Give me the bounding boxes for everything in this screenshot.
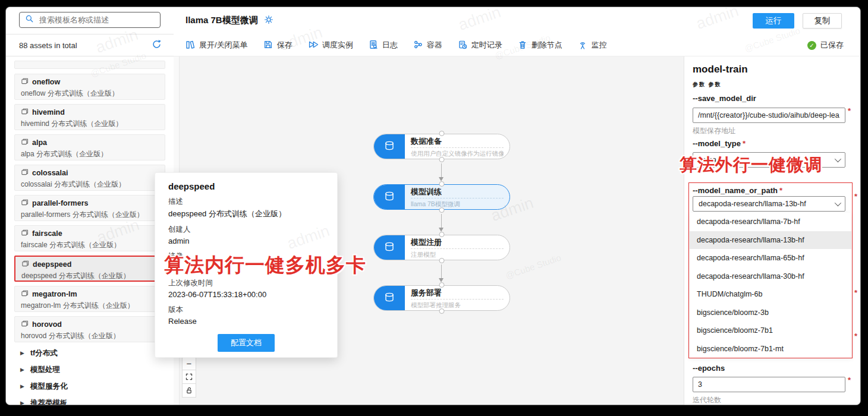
- task-name: model-train: [693, 64, 748, 75]
- database-icon: [383, 190, 395, 204]
- template-card-partial[interactable]: [14, 61, 165, 69]
- fit-view-button[interactable]: [182, 370, 196, 384]
- chevron-down-icon: [835, 156, 841, 162]
- template-name: oneflow: [32, 78, 60, 86]
- template-desc: horovod 分布式训练（企业版）: [21, 331, 159, 341]
- required-asterisk: *: [848, 376, 851, 385]
- dropdown-option-label: bigscience/bloomz-3b: [697, 308, 769, 317]
- template-group-row[interactable]: ▶ 推荐类模板: [20, 395, 174, 405]
- antenna-icon: [578, 40, 587, 51]
- chevron-right-icon: ▶: [20, 367, 24, 373]
- popup-field-label: 上次修改时间: [168, 278, 324, 288]
- template-group-label: tf分布式: [30, 348, 58, 358]
- dropdown-option[interactable]: bigscience/bloomz-7b1-mt: [690, 340, 851, 358]
- epochs-input[interactable]: [693, 377, 845, 392]
- copy-button[interactable]: 复制: [803, 13, 842, 29]
- template-card[interactable]: deepspeed deepspeed 分布式训练（企业版）: [14, 256, 165, 282]
- config-doc-button[interactable]: 配置文档: [218, 334, 275, 352]
- node-port[interactable]: [439, 181, 445, 187]
- popup-field-value: Release: [168, 317, 324, 326]
- zoom-out-button[interactable]: −: [182, 356, 196, 370]
- database-icon: [383, 241, 395, 255]
- template-card[interactable]: horovod horovod 分布式训练（企业版）: [14, 316, 165, 342]
- template-name: megatron-lm: [32, 290, 77, 298]
- dropdown-option-label: decapoda-research/llama-65b-hf: [697, 254, 804, 262]
- node-port[interactable]: [439, 308, 445, 314]
- template-group-row[interactable]: ▶ tf分布式: [20, 345, 174, 361]
- run-button[interactable]: 运行: [753, 13, 794, 29]
- template-desc: colossalai 分布式训练（企业版）: [21, 179, 159, 190]
- lock-button[interactable]: [182, 383, 196, 398]
- log-document-icon: [369, 40, 378, 51]
- gear-icon[interactable]: [264, 15, 273, 26]
- template-card[interactable]: oneflow oneflow 分布式训练（企业版）: [14, 74, 165, 100]
- toolbar-delete-node[interactable]: 删除节点: [518, 40, 562, 51]
- template-card[interactable]: alpa alpa 分布式训练（企业版）: [14, 134, 165, 160]
- node-service-deploy[interactable]: 服务部署 模型部署推理服务: [373, 285, 510, 311]
- dropdown-option[interactable]: decapoda-research/llama-30b-hf: [690, 267, 851, 286]
- toolbar-logs[interactable]: 日志: [369, 40, 398, 51]
- node-subtitle: 注册模型: [411, 248, 504, 259]
- trash-icon: [518, 40, 527, 51]
- field-label-model-name-or-path: --model_name_or_path*: [693, 186, 782, 195]
- double-play-icon: [308, 40, 318, 51]
- toolbar-monitor[interactable]: 监控: [578, 40, 607, 51]
- dropdown-option[interactable]: decapoda-research/llama-7b-hf: [690, 213, 851, 231]
- template-desc: megatron-lm 分布式训练（企业版）: [21, 301, 159, 311]
- template-desc: fairscale 分布式训练（企业版）: [21, 240, 159, 250]
- toolbar-label: 定时记录: [471, 40, 502, 51]
- template-card[interactable]: hivemind hivemind 分布式训练（企业版）: [14, 104, 165, 130]
- save-model-dir-input[interactable]: [693, 108, 845, 123]
- node-port[interactable]: [439, 258, 445, 263]
- node-port[interactable]: [439, 207, 445, 213]
- popup-title: deepspeed: [168, 181, 324, 191]
- node-model-train[interactable]: 模型训练 llama 7B模型微调: [373, 184, 510, 210]
- node-port[interactable]: [439, 157, 445, 162]
- node-port[interactable]: [439, 232, 445, 237]
- popup-field: 上次修改时间 2023-06-07T15:33:18+00:00: [168, 278, 324, 300]
- template-name: hivemind: [32, 108, 65, 116]
- template-search[interactable]: [19, 12, 161, 28]
- node-subtitle: 使用用户自定义镜像作为运行镜像: [411, 147, 504, 158]
- template-name: deepspeed: [33, 260, 71, 269]
- template-card[interactable]: colossalai colossalai 分布式训练（企业版）: [14, 165, 165, 191]
- node-data-prepare[interactable]: 数据准备 使用用户自定义镜像作为运行镜像: [373, 134, 510, 159]
- timer-document-icon: [458, 40, 467, 51]
- dropdown-option-label: THUDM/chatglm-6b: [697, 290, 762, 298]
- toolbar-label: 保存: [277, 40, 293, 51]
- template-group-row[interactable]: ▶ 模型服务化: [20, 378, 174, 395]
- popup-field: 版本 Release: [168, 305, 324, 326]
- dropdown-option[interactable]: decapoda-research/llama-65b-hf: [690, 249, 851, 267]
- node-port[interactable]: [439, 131, 445, 136]
- template-group-row[interactable]: ▶ 模型处理: [20, 361, 174, 378]
- dropdown-option[interactable]: bigscience/bloomz-7b1: [690, 322, 851, 340]
- dropdown-option[interactable]: decapoda-research/llama-13b-hf: [690, 231, 851, 250]
- search-icon: [25, 14, 34, 26]
- template-card[interactable]: fairscale fairscale 分布式训练（企业版）: [14, 225, 165, 251]
- dropdown-option[interactable]: bigscience/bloomz-3b: [690, 304, 851, 322]
- edge-connector: [441, 163, 442, 179]
- task-config-panel: model-train 参数 参数 --save_model_dir * 模型保…: [684, 56, 860, 405]
- toolbar-save[interactable]: 保存: [263, 40, 293, 51]
- node-port[interactable]: [439, 282, 445, 288]
- template-icon: [21, 138, 29, 147]
- toolbar-schedule-instance[interactable]: 调度实例: [308, 40, 353, 51]
- toolbar-expand-menu[interactable]: 展开/关闭菜单: [185, 40, 248, 51]
- refresh-icon[interactable]: [152, 39, 162, 51]
- search-input[interactable]: [38, 15, 155, 25]
- template-name: colossalai: [32, 169, 68, 177]
- node-title: 数据准备: [411, 136, 504, 147]
- dropdown-option-label: decapoda-research/llama-13b-hf: [697, 236, 804, 244]
- node-model-register[interactable]: 模型注册 注册模型: [373, 235, 510, 260]
- template-groups: ▶ tf分布式 ▶ 模型处理 ▶ 模型服务化 ▶ 推荐类模板: [6, 345, 174, 405]
- toolbar-containers[interactable]: 容器: [413, 40, 442, 51]
- toolbar-label: 日志: [382, 40, 398, 51]
- dropdown-option[interactable]: THUDM/chatglm-6b: [690, 285, 851, 304]
- template-card[interactable]: megatron-lm megatron-lm 分布式训练（企业版）: [14, 286, 165, 312]
- template-desc: deepspeed 分布式训练（企业版）: [21, 271, 158, 281]
- template-card[interactable]: parallel-formers parallel-formers 分布式训练（…: [14, 195, 165, 221]
- model-name-or-path-select[interactable]: decapoda-research/llama-13b-hf: [693, 196, 845, 212]
- field-helper-epochs: 迭代轮数: [693, 395, 721, 405]
- model-name-or-path-value: decapoda-research/llama-13b-hf: [699, 200, 806, 208]
- toolbar-schedule-records[interactable]: 定时记录: [458, 40, 502, 51]
